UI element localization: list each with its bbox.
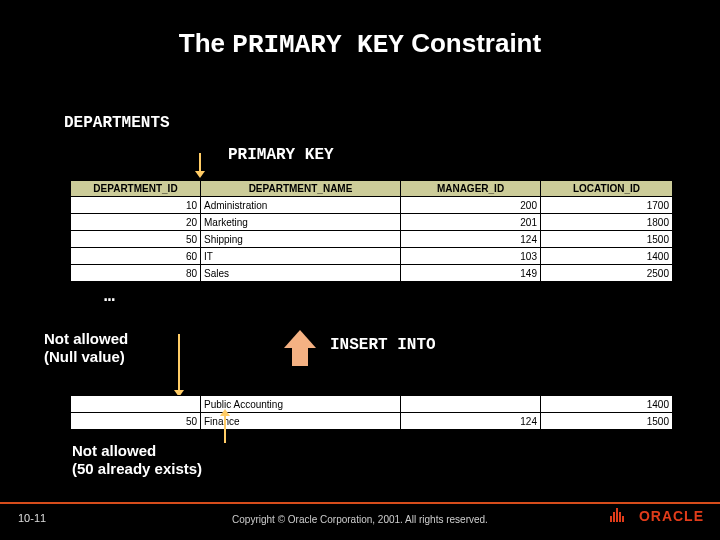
cell-mgr: 124 <box>401 413 541 430</box>
cell-name: Shipping <box>201 231 401 248</box>
footer: 10-11 Copyright © Oracle Corporation, 20… <box>0 502 720 540</box>
col-manager-id: MANAGER_ID <box>401 181 541 197</box>
cell-mgr: 200 <box>401 197 541 214</box>
cell-loc: 1500 <box>541 413 673 430</box>
departments-table: DEPARTMENT_ID DEPARTMENT_NAME MANAGER_ID… <box>70 180 673 282</box>
cell-mgr: 103 <box>401 248 541 265</box>
cell-mgr: 201 <box>401 214 541 231</box>
cell-loc: 2500 <box>541 265 673 282</box>
cell-loc: 1800 <box>541 214 673 231</box>
cell-name: Sales <box>201 265 401 282</box>
col-location-id: LOCATION_ID <box>541 181 673 197</box>
cell-id: 50 <box>71 413 201 430</box>
oracle-logo-text: ORACLE <box>639 508 704 524</box>
ellipsis: … <box>104 286 118 306</box>
oracle-logo-icon <box>610 508 624 522</box>
page-title: The PRIMARY KEY Constraint <box>0 28 720 60</box>
cell-name: Finance <box>201 413 401 430</box>
cell-id <box>71 396 201 413</box>
cell-loc: 1400 <box>541 248 673 265</box>
cell-name: Marketing <box>201 214 401 231</box>
title-mono: PRIMARY KEY <box>232 30 404 60</box>
text-line: (Null value) <box>44 348 125 365</box>
cell-id: 20 <box>71 214 201 231</box>
cell-id: 80 <box>71 265 201 282</box>
table-row: 50 Finance 124 1500 <box>71 413 673 430</box>
table-row: Public Accounting 1400 <box>71 396 673 413</box>
cell-mgr <box>401 396 541 413</box>
slide: The PRIMARY KEY Constraint DEPARTMENTS P… <box>0 0 720 540</box>
insert-table: Public Accounting 1400 50 Finance 124 15… <box>70 395 673 430</box>
primary-key-label: PRIMARY KEY <box>228 146 334 164</box>
table-header-row: DEPARTMENT_ID DEPARTMENT_NAME MANAGER_ID… <box>71 181 673 197</box>
cell-id: 10 <box>71 197 201 214</box>
title-prefix: The <box>179 28 232 58</box>
text-line: (50 already exists) <box>72 460 202 477</box>
cell-loc: 1700 <box>541 197 673 214</box>
table-row: 60 IT 103 1400 <box>71 248 673 265</box>
cell-name: Public Accounting <box>201 396 401 413</box>
not-allowed-dup-label: Not allowed (50 already exists) <box>72 442 202 478</box>
cell-loc: 1500 <box>541 231 673 248</box>
cell-name: IT <box>201 248 401 265</box>
cell-loc: 1400 <box>541 396 673 413</box>
footer-strip: 10-11 Copyright © Oracle Corporation, 20… <box>0 504 720 534</box>
not-allowed-null-label: Not allowed (Null value) <box>44 330 128 366</box>
title-suffix: Constraint <box>404 28 541 58</box>
cell-mgr: 124 <box>401 231 541 248</box>
table-row: 10 Administration 200 1700 <box>71 197 673 214</box>
insert-into-label: INSERT INTO <box>330 336 436 354</box>
text-line: Not allowed <box>72 442 156 459</box>
cell-id: 50 <box>71 231 201 248</box>
cell-mgr: 149 <box>401 265 541 282</box>
table-row: 50 Shipping 124 1500 <box>71 231 673 248</box>
text-line: Not allowed <box>44 330 128 347</box>
table-name-label: DEPARTMENTS <box>64 114 170 132</box>
cell-name: Administration <box>201 197 401 214</box>
col-department-name: DEPARTMENT_NAME <box>201 181 401 197</box>
table-row: 20 Marketing 201 1800 <box>71 214 673 231</box>
col-department-id: DEPARTMENT_ID <box>71 181 201 197</box>
table-row: 80 Sales 149 2500 <box>71 265 673 282</box>
cell-id: 60 <box>71 248 201 265</box>
